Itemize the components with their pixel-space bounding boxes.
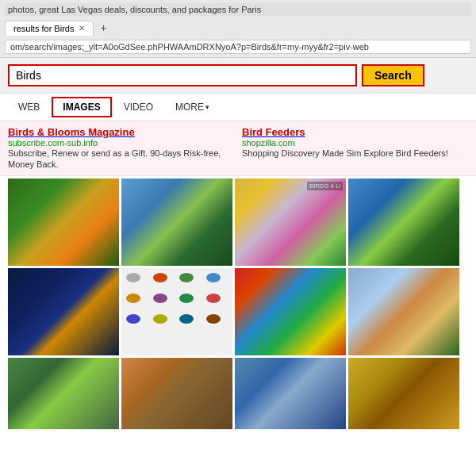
ad-1-title[interactable]: Birds & Blooms Magazine: [8, 126, 234, 138]
image-grid-row2: [0, 268, 476, 355]
image-cell-goldfinch[interactable]: BIRDS 4 U: [235, 178, 346, 266]
ad-1-title-pre: Birds: [8, 126, 34, 138]
browser-top: photos, great Las Vegas deals, discounts…: [0, 0, 476, 58]
image-cell-bottom4[interactable]: [348, 358, 459, 429]
promo-strip: photos, great Las Vegas deals, discounts…: [5, 3, 471, 16]
tab-more-label: MORE: [175, 102, 204, 113]
image-grid-row1: BIRDS 4 U: [0, 176, 476, 268]
search-input[interactable]: [8, 64, 357, 86]
chevron-down-icon: ▾: [205, 103, 209, 111]
image-cell-lovebirds[interactable]: [8, 178, 119, 266]
tab-video-label: VIDEO: [124, 102, 153, 113]
image-cell-owl[interactable]: [8, 268, 119, 355]
tab-web-label: WEB: [18, 102, 40, 113]
ads-strip: Birds & Blooms Magazine subscribe.com-su…: [0, 121, 476, 176]
new-tab-button[interactable]: +: [94, 19, 113, 36]
address-text: om/search/images;_ylt=A0oGdSee.phPHWAAmD…: [10, 42, 369, 52]
ad-2-title-linked: Feeders: [263, 126, 305, 138]
tab-images[interactable]: IMAGES: [52, 97, 111, 117]
tab-bar: results for Birds ✕ +: [5, 19, 471, 36]
ad-2-url: shopzilla.com: [242, 138, 468, 148]
tab-web[interactable]: WEB: [8, 98, 50, 117]
watermark: BIRDS 4 U: [307, 182, 343, 190]
ad-item-1: Birds & Blooms Magazine subscribe.com-su…: [8, 126, 234, 171]
tab-video[interactable]: VIDEO: [113, 98, 163, 117]
tab-images-label: IMAGES: [63, 102, 100, 113]
image-cell-parrot[interactable]: [235, 268, 346, 355]
tab-title: results for Birds: [13, 24, 74, 33]
ad-1-title-linked: & Blooms Magazine: [34, 126, 134, 138]
image-cell-bluejay[interactable]: [121, 178, 232, 266]
ad-item-2: Bird Feeders shopzilla.com Shopping Disc…: [242, 126, 468, 171]
nav-tabs: WEB IMAGES VIDEO MORE ▾: [0, 94, 476, 121]
ad-2-desc: Shopping Discovery Made Sim Explore Bird…: [242, 148, 468, 159]
tab-close-icon[interactable]: ✕: [79, 24, 85, 33]
image-cell-roller[interactable]: [348, 268, 459, 355]
promo-text: photos, great Las Vegas deals, discounts…: [8, 5, 261, 14]
ad-2-title-pre: Bird: [242, 126, 263, 138]
image-grid-row3: [0, 355, 476, 432]
tab-more[interactable]: MORE ▾: [165, 98, 220, 117]
ad-1-desc: Subscribe, Renew or send as a Gift. 90-d…: [8, 148, 234, 171]
address-bar[interactable]: om/search/images;_ylt=A0oGdSee.phPHWAAmD…: [5, 40, 471, 54]
ad-1-url: subscribe.com-sub.info: [8, 138, 234, 148]
browser-chrome: photos, great Las Vegas deals, discounts…: [0, 0, 476, 58]
ad-2-title[interactable]: Bird Feeders: [242, 126, 468, 138]
image-cell-bottom3[interactable]: [235, 358, 346, 429]
search-bar-area: Search: [0, 58, 476, 94]
active-tab[interactable]: results for Birds ✕: [5, 21, 94, 36]
image-cell-bottom1[interactable]: [8, 358, 119, 429]
image-cell-bluejay2[interactable]: [348, 178, 459, 266]
image-cell-birds-chart[interactable]: [121, 268, 232, 355]
search-button[interactable]: Search: [362, 64, 424, 86]
image-cell-bottom2[interactable]: [121, 358, 232, 429]
